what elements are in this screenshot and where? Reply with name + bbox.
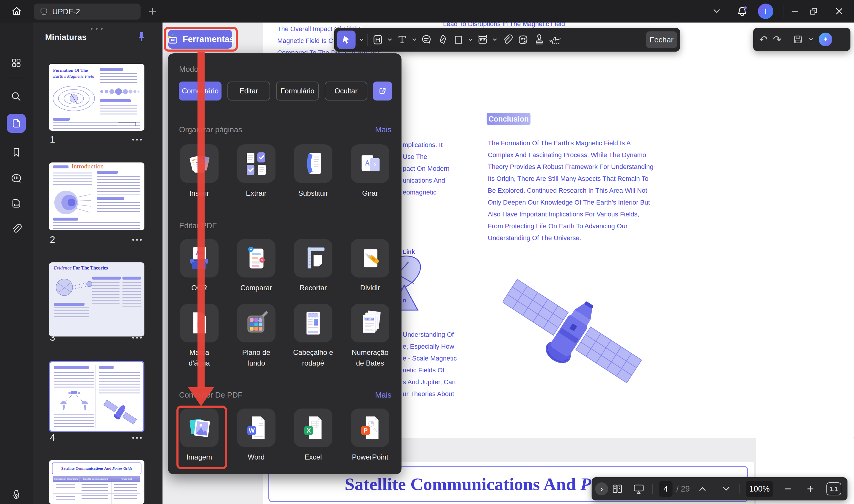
thumbnail-page-5[interactable]: Satellite Communications And Power Grids… [49,460,144,504]
comments-icon[interactable] [6,170,26,187]
annotation-box-ferramentas [164,27,238,52]
tile-label: Numeraçãode Bates [341,347,399,368]
notifications-bell-icon[interactable] [736,5,748,17]
bottombar-divider [739,484,740,494]
tool-tile-recortar[interactable] [294,239,333,277]
tool-tile-plano-de-fundo[interactable] [237,304,275,342]
tool-tile-extrair[interactable] [237,144,275,183]
ink-signature-icon[interactable] [6,486,26,503]
tile-label: Extrair [227,188,286,199]
monitor-icon [40,7,48,16]
orbit-diagram [52,274,93,300]
thumb2-badge [53,165,69,168]
zoom-in-icon[interactable] [804,482,817,496]
pin-panel-icon[interactable] [137,32,146,42]
thumbnails-panel: Miniaturas Formation Of The Earth's Magn… [33,22,162,504]
fechar-button[interactable]: Fechar [646,32,677,48]
attachments-icon[interactable] [6,220,26,237]
text-tool-chevron-icon[interactable] [412,38,416,41]
tool-tile-numeracao-bates[interactable]: 000123 [351,304,389,342]
thumb2-badge3 [97,197,124,200]
comment-tool-button[interactable] [420,32,433,48]
new-tab-icon[interactable] [148,7,157,15]
tr-divider [787,34,787,45]
two-page-view-icon[interactable] [610,482,625,496]
bookmark-icon[interactable] [6,144,26,161]
tool-tile-girar[interactable]: A › [351,144,389,183]
page-number-input[interactable]: 4 [659,481,673,497]
close-button[interactable] [834,6,844,17]
svg-text:×: × [261,258,263,263]
thumbnail-page-1[interactable]: Formation Of The Earth's Magnetic Field [49,64,144,131]
signature-tool-button[interactable] [549,32,561,48]
thumb4-menu[interactable] [132,437,142,439]
titlebar-divider [783,5,783,18]
presentation-mode-icon[interactable] [631,482,646,496]
mode-ocultar[interactable]: Ocultar [325,82,368,101]
tool-tile-comparar[interactable]: + × [237,239,275,277]
uplink-label-fragment: Link [403,249,415,255]
zoom-out-icon[interactable] [781,482,795,496]
thumb1-menu[interactable] [132,139,142,141]
thumbnail-page-3[interactable]: Evidence For The Theories [49,263,144,337]
actual-size-button[interactable]: 1:1 [826,482,841,496]
thumbnail-page-2[interactable]: Introduction [49,162,144,230]
document-tab[interactable]: UPDF-2 [34,3,141,20]
minimize-button[interactable] [789,6,800,17]
save-icon[interactable] [793,34,803,45]
thumbnail-page-4-selected[interactable] [49,361,144,432]
search-icon[interactable] [6,88,26,105]
tool-tile-cabecalho-rodape[interactable] [294,304,333,342]
shape-tool-button[interactable] [452,32,465,48]
thumb3-badge [54,303,85,306]
chevron-down-icon[interactable] [712,8,721,14]
tool-tile-word[interactable]: W [237,409,275,447]
tile-label: Excel [284,452,342,463]
page-navigation-bar: › 4 / 29 100% 1:1 [591,477,848,501]
mode-formulario[interactable]: Formulário [276,82,319,101]
page4-left-fragments-upper: mplications. It Use The pact On Modern u… [403,139,449,198]
previous-page-icon[interactable] [696,482,709,496]
shape-tool-chevron-icon[interactable] [468,38,473,41]
heading-tool-button[interactable] [372,32,384,48]
measure-tool-chevron-icon[interactable] [493,38,497,41]
tool-tile-dividir[interactable] [351,239,389,277]
tool-tile-excel[interactable]: X [294,409,333,447]
apps-grid-icon[interactable] [6,55,26,71]
highlighter-tool-button[interactable] [436,32,449,48]
undo-icon[interactable]: ↶ [759,34,768,44]
convert-mais-link[interactable]: Mais [375,391,391,400]
next-page-icon[interactable] [720,482,733,496]
measure-tool-button[interactable] [477,32,489,48]
select-tool-chevron-icon[interactable] [359,38,364,41]
text-tool-button[interactable] [396,32,408,48]
thumb1-badge3 [53,118,70,121]
tool-tile-substituir[interactable] [294,144,333,183]
thumbnails-panel-toggle[interactable] [7,114,26,133]
thumb4-lines [54,372,94,389]
select-tool-button[interactable] [337,31,356,49]
thumb2-lines4 [53,222,140,229]
restore-button[interactable] [808,6,819,17]
thumb2-lines2 [97,176,140,195]
sticker-tool-button[interactable] [517,32,529,48]
history-save-toolbar: ↶ ↷ ✦ [753,28,851,51]
heading-tool-chevron-icon[interactable] [388,38,392,41]
collapse-bar-button[interactable]: › [595,482,608,496]
document-info-icon[interactable] [6,195,26,212]
save-chevron-icon[interactable] [808,38,813,41]
open-in-window-button[interactable] [373,82,392,101]
thumb2-menu[interactable] [132,239,142,241]
thumb3-menu[interactable] [132,337,142,339]
zoom-level-input[interactable]: 100% [746,481,773,497]
panel-drag-handle[interactable] [91,28,103,30]
mode-editar[interactable]: Editar [228,82,270,101]
organize-mais-link[interactable]: Mais [375,125,391,134]
stamp-tool-button[interactable] [533,32,545,48]
redo-icon[interactable]: ↷ [773,34,782,44]
updf-ai-icon[interactable]: ✦ [819,33,832,46]
home-icon[interactable] [11,5,22,17]
avatar[interactable]: I [758,3,773,19]
tool-tile-powerpoint[interactable]: P [351,409,389,447]
attach-file-tool-button[interactable] [501,32,513,48]
